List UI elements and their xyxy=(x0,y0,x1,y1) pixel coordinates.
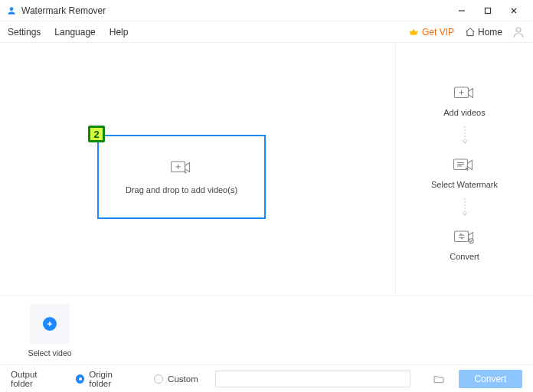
add-videos-icon xyxy=(453,85,476,103)
app-logo-icon xyxy=(6,5,17,16)
wf-label-convert: Convert xyxy=(450,252,479,261)
svg-rect-2 xyxy=(486,8,491,13)
custom-folder-label: Custom xyxy=(168,374,198,384)
get-vip-button[interactable]: Get VIP xyxy=(408,27,454,38)
select-video-label: Select video xyxy=(28,348,71,358)
add-video-icon xyxy=(170,159,193,176)
workflow-arrow-icon xyxy=(462,197,468,221)
origin-folder-label: Origin folder xyxy=(89,370,134,388)
svg-rect-18 xyxy=(454,231,468,242)
account-button[interactable] xyxy=(512,25,525,39)
menubar: Settings Language Help Get VIP Home xyxy=(0,21,533,43)
output-path-input[interactable] xyxy=(215,371,410,387)
workflow-step-select-watermark[interactable]: Select Watermark xyxy=(431,157,498,189)
window-close-button[interactable] xyxy=(501,3,527,18)
convert-icon xyxy=(453,229,476,247)
radio-custom-folder[interactable]: Custom xyxy=(154,374,198,384)
home-label: Home xyxy=(478,27,502,38)
user-icon xyxy=(512,25,525,39)
workflow-pane: Add videos Select Watermark Convert xyxy=(395,43,533,296)
crown-icon xyxy=(408,27,419,38)
radio-icon xyxy=(154,374,163,384)
window-maximize-button[interactable] xyxy=(475,3,501,18)
svg-point-5 xyxy=(516,28,521,32)
workflow-arrow-icon xyxy=(462,125,468,149)
browse-folder-button[interactable] xyxy=(430,371,448,387)
radio-icon xyxy=(76,374,84,384)
vip-label: Get VIP xyxy=(422,27,454,38)
convert-button-label: Convert xyxy=(474,374,506,384)
home-icon xyxy=(465,27,476,38)
step-2-badge: 2 xyxy=(88,126,105,142)
main-area: Drag and drop to add video(s) 2 Add vide… xyxy=(0,43,533,296)
radio-origin-folder[interactable]: Origin folder xyxy=(76,370,134,388)
workflow-step-add-videos[interactable]: Add videos xyxy=(443,85,485,117)
output-folder-label: Output folder xyxy=(11,370,59,388)
plus-circle-icon xyxy=(43,317,57,331)
folder-icon xyxy=(433,373,445,385)
select-watermark-icon xyxy=(453,157,476,175)
select-video-tile[interactable]: Select video xyxy=(23,304,77,358)
home-button[interactable]: Home xyxy=(465,27,502,38)
select-video-box xyxy=(30,304,70,344)
workflow-step-convert[interactable]: Convert xyxy=(450,229,479,261)
video-carousel: Select video xyxy=(0,296,533,364)
app-title: Watermark Remover xyxy=(21,5,106,16)
convert-button[interactable]: Convert xyxy=(459,370,522,388)
menu-help[interactable]: Help xyxy=(110,27,129,38)
menu-language[interactable]: Language xyxy=(54,27,95,38)
svg-point-0 xyxy=(10,7,14,11)
wf-label-select: Select Watermark xyxy=(431,180,498,189)
left-pane: Drag and drop to add video(s) 2 xyxy=(0,43,395,296)
video-dropzone[interactable]: Drag and drop to add video(s) xyxy=(97,135,266,219)
footer: Output folder Origin folder Custom Conve… xyxy=(0,364,533,392)
wf-label-add: Add videos xyxy=(443,108,485,117)
dropzone-label: Drag and drop to add video(s) xyxy=(126,185,237,194)
titlebar: Watermark Remover xyxy=(0,0,533,21)
menu-settings[interactable]: Settings xyxy=(8,27,41,38)
window-minimize-button[interactable] xyxy=(449,3,475,18)
